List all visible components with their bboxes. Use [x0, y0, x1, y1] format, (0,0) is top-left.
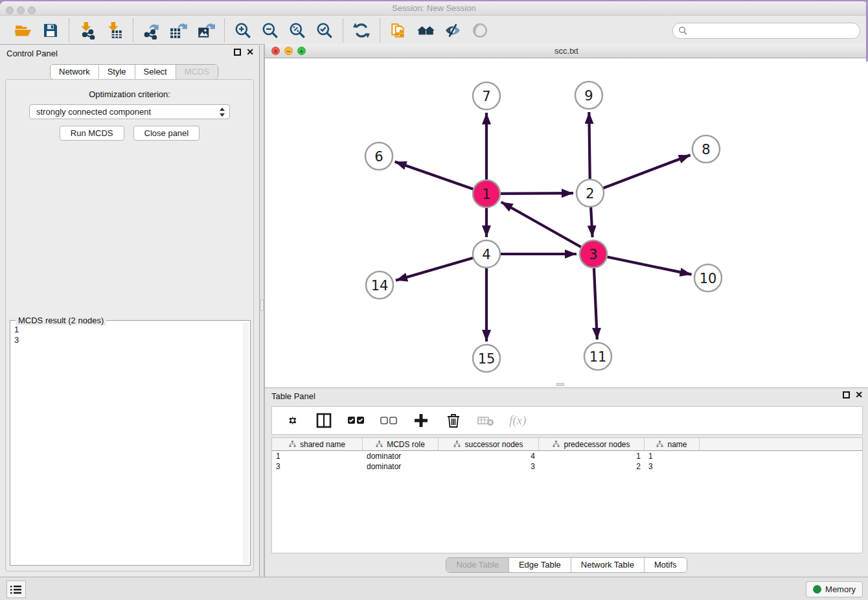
column-hierarchy-icon [376, 441, 383, 448]
column-hierarchy-icon [656, 441, 663, 448]
table-header-row: shared nameMCDS rolesuccessor nodesprede… [272, 438, 862, 451]
table-cell[interactable]: 3 [272, 461, 363, 472]
hide-selected-button[interactable] [441, 19, 464, 42]
column-header-successor-nodes[interactable]: successor nodes [439, 438, 539, 450]
zoom-in-icon [234, 21, 252, 40]
import-table-button[interactable] [103, 19, 126, 42]
criterion-value: strongly connected component [36, 107, 151, 117]
control-panel: Control Panel ✕ NetworkStyleSelectMCDS O… [0, 45, 259, 578]
node-2[interactable]: 2 [577, 179, 604, 207]
control-panel-titlebar: Control Panel ✕ [0, 45, 259, 62]
node-label: 9 [584, 88, 593, 104]
node-10[interactable]: 10 [694, 264, 722, 292]
add-column-button[interactable] [412, 411, 430, 430]
network-canvas[interactable]: 7968124314101511 [265, 58, 868, 387]
deselect-all-button[interactable] [380, 411, 398, 430]
table-float-icon[interactable] [843, 391, 850, 398]
node-8[interactable]: 8 [692, 135, 720, 163]
table-cell[interactable]: 1 [272, 451, 363, 461]
export-image-button[interactable] [194, 19, 218, 42]
float-panel-icon[interactable] [234, 49, 241, 56]
tab-mcds[interactable]: MCDS [176, 65, 218, 79]
edge-1-6[interactable] [395, 162, 486, 194]
network-resize-handle[interactable] [556, 383, 564, 386]
export-network-button[interactable] [140, 19, 163, 42]
save-session-button[interactable] [39, 19, 62, 42]
first-neighbors-button[interactable] [414, 19, 437, 42]
column-header-shared-name[interactable]: shared name [272, 438, 363, 450]
node-label: 8 [702, 142, 710, 157]
table-row[interactable]: 1dominator411 [272, 451, 862, 461]
table-settings-button[interactable] [282, 411, 301, 430]
delete-table-button[interactable] [477, 411, 495, 430]
zoom-selected-button[interactable] [313, 19, 336, 42]
select-all-button[interactable] [347, 411, 365, 430]
result-scrollbar[interactable] [243, 322, 249, 564]
table-cell[interactable]: 1 [539, 451, 645, 461]
delete-column-button[interactable] [444, 411, 463, 430]
split-columns-icon [316, 413, 332, 428]
zoom-in-button[interactable] [231, 19, 255, 42]
tab-network[interactable]: Network [51, 65, 99, 79]
task-history-button[interactable] [6, 581, 26, 598]
edge-3-10[interactable] [593, 254, 692, 275]
run-mcds-button[interactable]: Run MCDS [60, 126, 124, 141]
table-close-icon[interactable]: ✕ [855, 391, 863, 398]
node-9[interactable]: 9 [575, 82, 602, 109]
column-header-name[interactable]: name [645, 438, 700, 450]
tab-network-table[interactable]: Network Table [571, 558, 645, 572]
trash-icon [446, 413, 461, 428]
criterion-dropdown[interactable]: strongly connected component [29, 104, 230, 119]
open-file-button[interactable] [12, 19, 35, 42]
tab-motifs[interactable]: Motifs [645, 558, 687, 572]
export-image-icon [196, 21, 216, 40]
show-all-button[interactable] [468, 19, 492, 42]
import-network-button[interactable] [76, 19, 99, 42]
table-cell[interactable]: 3 [645, 461, 700, 472]
table-row[interactable]: 3dominator323 [272, 461, 862, 472]
edge-2-8[interactable] [590, 155, 691, 193]
column-header-predecessor-nodes[interactable]: predecessor nodes [539, 438, 645, 450]
node-3[interactable]: 3 [580, 240, 607, 268]
node-14[interactable]: 14 [366, 271, 393, 299]
clone-network-button[interactable] [387, 19, 410, 42]
zoom-out-button[interactable] [258, 19, 282, 42]
table-cell[interactable]: 2 [539, 461, 645, 472]
mcds-result-list[interactable]: 13 [12, 322, 242, 564]
close-panel-icon[interactable]: ✕ [246, 49, 254, 56]
search-input[interactable] [672, 23, 860, 39]
node-label: 1 [482, 187, 490, 202]
column-header-MCDS-role[interactable]: MCDS role [363, 438, 439, 450]
tab-select[interactable]: Select [135, 65, 176, 79]
export-table-button[interactable] [167, 19, 190, 42]
splitter-grip[interactable] [260, 299, 264, 311]
table-cell[interactable]: dominator [363, 461, 439, 472]
node-11[interactable]: 11 [584, 343, 611, 370]
node-6[interactable]: 6 [365, 143, 393, 170]
table-tabs: Node TableEdge TableNetwork TableMotifs [446, 557, 687, 573]
edge-3-1[interactable] [501, 202, 593, 254]
node-label: 10 [700, 271, 717, 286]
tab-style[interactable]: Style [99, 65, 135, 79]
function-builder-button[interactable]: f(x) [509, 413, 526, 428]
column-header-label: MCDS role [387, 440, 425, 449]
refresh-button[interactable] [350, 19, 373, 42]
memory-button[interactable]: Memory [806, 581, 863, 597]
app-title: Session: New Session [0, 3, 868, 13]
eye-icon [471, 21, 489, 40]
node-7[interactable]: 7 [473, 82, 500, 110]
panel-splitter[interactable] [259, 45, 264, 578]
tab-node-table[interactable]: Node Table [446, 558, 509, 572]
node-1[interactable]: 1 [473, 180, 500, 207]
close-panel-button[interactable]: Close panel [133, 126, 200, 141]
tab-edge-table[interactable]: Edge Table [509, 558, 571, 572]
column-view-button[interactable] [315, 411, 333, 430]
table-cell[interactable]: dominator [363, 451, 439, 461]
node-4[interactable]: 4 [473, 240, 500, 268]
import-table-icon [106, 21, 124, 40]
table-cell[interactable]: 1 [645, 451, 700, 461]
table-cell[interactable]: 4 [439, 451, 539, 461]
node-15[interactable]: 15 [473, 345, 500, 372]
zoom-fit-button[interactable] [286, 19, 309, 42]
table-cell[interactable]: 3 [439, 461, 539, 472]
